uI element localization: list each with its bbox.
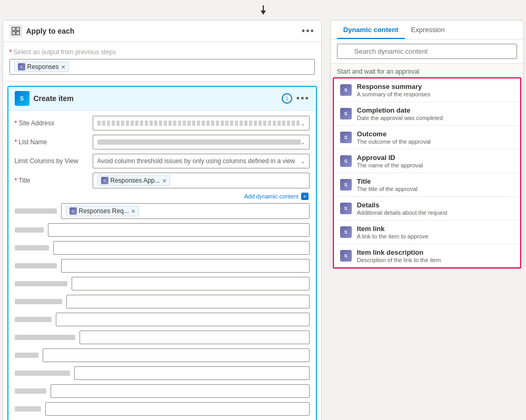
dc-item-title-3: Approval ID xyxy=(357,154,514,162)
output-tag-input[interactable]: ≡ Responses ✕ xyxy=(9,59,315,75)
field-label-3 xyxy=(15,263,57,268)
dc-item-4[interactable]: S Title The title of the approval xyxy=(334,173,520,197)
limit-columns-row: Limit Columns by View Avoid column thres… xyxy=(15,154,310,168)
limit-columns-input[interactable]: Avoid column threshold issues by only us… xyxy=(93,154,310,168)
dc-items-container: S Response summary A summary of the resp… xyxy=(333,77,521,268)
responses-req-label xyxy=(15,208,57,214)
field-row-3 xyxy=(15,259,310,273)
apply-header: Apply to each ••• xyxy=(3,21,321,42)
list-name-input[interactable]: ⌄ xyxy=(93,135,310,149)
dc-item-0[interactable]: S Response summary A summary of the resp… xyxy=(334,78,520,102)
field-label-11 xyxy=(15,406,41,412)
dc-item-title-1: Completion date xyxy=(357,106,514,114)
title-row: Title ≡ Responses App... ✕ xyxy=(15,173,310,188)
svg-rect-5 xyxy=(16,32,19,35)
dc-item-title-4: Title xyxy=(357,177,514,185)
site-address-input[interactable]: ⌄ xyxy=(93,116,310,131)
field-row-9 xyxy=(15,366,310,380)
tab-expression[interactable]: Expression xyxy=(405,21,451,39)
info-icon[interactable]: i xyxy=(282,93,292,104)
field-input-10[interactable] xyxy=(51,384,310,398)
field-input-4[interactable] xyxy=(72,277,310,291)
dc-item-desc-6: A link to the item to approve xyxy=(357,233,514,239)
dc-search-section: 🔍 xyxy=(331,39,523,64)
field-row-1 xyxy=(15,223,310,237)
dc-item-content-1: Completion date Date the approval was co… xyxy=(357,106,514,121)
field-input-5[interactable] xyxy=(66,295,310,308)
field-label-2 xyxy=(15,245,49,251)
dc-item-content-5: Details Additional details about the req… xyxy=(357,201,514,216)
list-name-label: List Name xyxy=(15,138,88,146)
field-row-10 xyxy=(15,384,310,398)
dc-item-7[interactable]: S Item link description Description of t… xyxy=(334,244,520,267)
field-input-7[interactable] xyxy=(80,331,310,344)
dc-item-3[interactable]: S Approval ID The name of the approval xyxy=(334,149,520,173)
field-input-6[interactable] xyxy=(56,313,310,326)
field-input-2[interactable] xyxy=(53,241,310,255)
site-address-chevron: ⌄ xyxy=(301,121,305,126)
create-item-header: S Create item i ••• xyxy=(8,87,316,111)
dc-item-desc-1: Date the approval was completed xyxy=(357,115,514,121)
responses-tag[interactable]: ≡ Responses ✕ xyxy=(14,62,69,72)
sharepoint-icon: S xyxy=(15,91,29,106)
responses-req-tag[interactable]: ≡ Responses Req... ✕ xyxy=(66,206,139,216)
title-tag-close[interactable]: ✕ xyxy=(162,178,166,184)
limit-columns-label: Limit Columns by View xyxy=(15,157,88,165)
title-tag-icon: ≡ xyxy=(101,177,108,184)
field-label-6 xyxy=(15,317,52,322)
field-row-2 xyxy=(15,241,310,255)
create-item-header-right: i ••• xyxy=(282,93,310,104)
field-label-9 xyxy=(15,371,70,376)
apply-to-each-panel: Apply to each ••• * Select an output fro… xyxy=(3,20,322,420)
field-row-11 xyxy=(15,402,310,416)
responses-req-row: ≡ Responses Req... ✕ xyxy=(15,203,310,219)
dynamic-content-search[interactable] xyxy=(337,44,517,59)
tag-close-button[interactable]: ✕ xyxy=(61,64,65,70)
dc-item-2[interactable]: S Outcome The outcome of the approval xyxy=(334,126,520,149)
field-row-6 xyxy=(15,313,310,326)
add-dynamic-content-plus[interactable]: + xyxy=(301,193,309,200)
field-input-8[interactable] xyxy=(43,348,310,362)
dc-item-content-7: Item link description Description of the… xyxy=(357,248,514,263)
field-row-8 xyxy=(15,348,310,362)
list-name-chevron: ⌄ xyxy=(301,139,305,145)
limit-columns-chevron: ⌄ xyxy=(301,158,305,164)
dc-section-label: Start and wait for an approval xyxy=(331,64,523,77)
create-item-more-button[interactable]: ••• xyxy=(296,93,310,104)
apply-icon xyxy=(9,25,22,37)
apply-header-left: Apply to each xyxy=(9,25,75,37)
apply-more-button[interactable]: ••• xyxy=(302,26,315,37)
title-tag[interactable]: ≡ Responses App... ✕ xyxy=(97,175,170,186)
dc-item-1[interactable]: S Completion date Date the approval was … xyxy=(334,102,520,126)
field-input-11[interactable] xyxy=(45,402,310,416)
dynamic-content-panel: Dynamic content Expression 🔍 Start and w… xyxy=(330,20,524,269)
field-label-5 xyxy=(15,299,62,304)
dc-item-title-7: Item link description xyxy=(357,248,514,256)
dc-search-wrapper: 🔍 xyxy=(337,44,517,59)
field-input-1[interactable] xyxy=(48,223,310,237)
field-label-8 xyxy=(15,353,38,358)
dc-item-content-2: Outcome The outcome of the approval xyxy=(357,130,514,145)
title-input[interactable]: ≡ Responses App... ✕ xyxy=(93,173,310,188)
title-label: Title xyxy=(15,177,88,184)
tag-icon: ≡ xyxy=(18,63,25,71)
dc-item-desc-4: The title of the approval xyxy=(357,186,514,192)
svg-rect-2 xyxy=(12,27,15,31)
responses-req-close[interactable]: ✕ xyxy=(131,208,135,214)
dc-item-desc-3: The name of the approval xyxy=(357,162,514,168)
dc-item-desc-5: Additional details about the request xyxy=(357,209,514,216)
site-address-label: Site Address xyxy=(15,119,88,127)
dc-item-5[interactable]: S Details Additional details about the r… xyxy=(334,197,520,221)
field-input-3[interactable] xyxy=(61,259,310,273)
dc-item-content-0: Response summary A summary of the respon… xyxy=(357,83,514,97)
dc-item-6[interactable]: S Item link A link to the item to approv… xyxy=(334,221,520,244)
dc-item-content-3: Approval ID The name of the approval xyxy=(357,154,514,168)
responses-req-input[interactable]: ≡ Responses Req... ✕ xyxy=(61,203,310,219)
create-item-container: S Create item i ••• Site Address xyxy=(7,86,317,420)
add-dynamic-content-link[interactable]: Add dynamic content + xyxy=(15,193,310,200)
select-output-section: * Select an output from previous steps ≡… xyxy=(3,42,321,82)
field-row-5 xyxy=(15,295,310,308)
field-input-9[interactable] xyxy=(74,366,310,380)
tab-dynamic-content[interactable]: Dynamic content xyxy=(337,21,405,39)
field-label-1 xyxy=(15,227,44,233)
